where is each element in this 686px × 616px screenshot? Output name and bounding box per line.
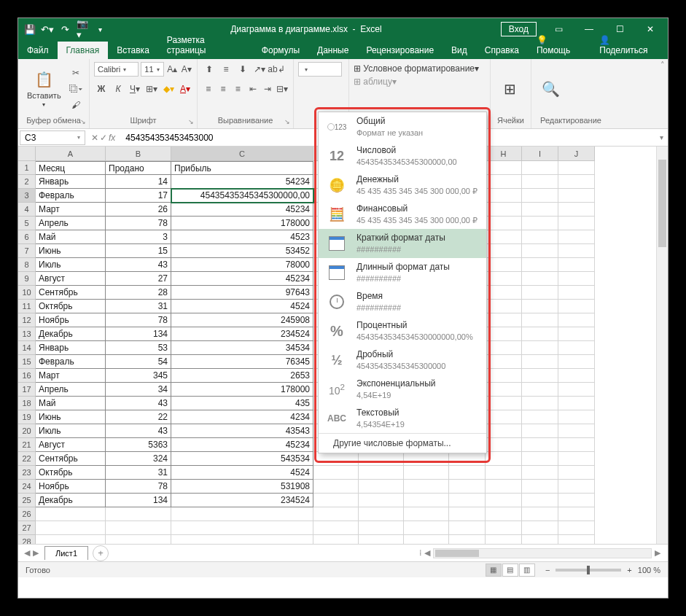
cell[interactable] (486, 424, 522, 438)
align-middle-icon[interactable]: ≡ (219, 62, 233, 77)
cell[interactable] (404, 535, 449, 544)
cell[interactable]: 78000 (171, 258, 313, 272)
cell[interactable]: Май (36, 397, 106, 410)
cell[interactable] (558, 438, 595, 452)
cell[interactable]: 28 (106, 286, 171, 300)
tab-help[interactable]: Справка (476, 42, 528, 59)
row-header[interactable]: 22 (18, 452, 36, 466)
cell[interactable]: 34 (106, 383, 171, 397)
cell[interactable]: 26 (106, 203, 171, 217)
format-option[interactable]: 🪙 Денежный45 435 435 345 345 300 000,00 … (319, 171, 486, 200)
cell[interactable] (359, 521, 404, 535)
borders-icon[interactable]: ⊞▾ (144, 82, 159, 96)
cell[interactable] (522, 327, 558, 341)
cell[interactable] (522, 341, 558, 355)
cell[interactable]: Ноябрь (36, 480, 106, 494)
col-header[interactable]: C (171, 147, 313, 161)
cell[interactable] (486, 341, 522, 355)
cell[interactable]: Июнь (36, 244, 106, 258)
sheet-nav-next-icon[interactable]: ▶ (33, 548, 39, 558)
cell[interactable] (522, 300, 558, 313)
cell[interactable]: Март (36, 203, 106, 217)
cell[interactable]: 53 (106, 341, 171, 355)
cell[interactable]: 134 (106, 494, 171, 507)
row-header[interactable]: 19 (18, 410, 36, 424)
cell[interactable]: 4524 (171, 300, 313, 313)
cell[interactable]: Июнь (36, 410, 106, 424)
row-header[interactable]: 1 (18, 161, 36, 175)
cut-icon[interactable]: ✂ (69, 66, 83, 80)
cell[interactable] (522, 438, 558, 452)
cell[interactable]: 345 (106, 369, 171, 383)
cell[interactable]: 43 (106, 258, 171, 272)
cell[interactable]: 4524 (171, 466, 313, 480)
cell[interactable]: 5363 (106, 438, 171, 452)
cell[interactable] (558, 494, 595, 507)
row-header[interactable]: 3 (18, 189, 36, 203)
undo-icon[interactable]: ↶▾ (42, 23, 53, 35)
row-header[interactable]: 21 (18, 438, 36, 452)
cell[interactable] (449, 466, 486, 480)
zoom-slider[interactable] (556, 569, 621, 572)
cell[interactable]: 45234 (171, 438, 313, 452)
redo-icon[interactable]: ↷ (59, 23, 71, 35)
cell[interactable]: 4523 (171, 230, 313, 244)
cell[interactable] (313, 507, 359, 521)
cell[interactable] (522, 230, 558, 244)
cell[interactable]: Август (36, 272, 106, 286)
align-left-icon[interactable]: ≡ (202, 82, 214, 96)
cell[interactable] (486, 258, 522, 272)
cell[interactable] (486, 480, 522, 494)
accept-formula-icon[interactable]: ✓ (100, 133, 107, 143)
cell[interactable]: 45234 (171, 203, 313, 217)
cell[interactable] (522, 452, 558, 466)
cell[interactable] (558, 244, 595, 258)
save-icon[interactable]: 💾 (24, 23, 36, 35)
format-option[interactable]: 123 ОбщийФормат не указан (319, 112, 486, 141)
cell[interactable]: 43543 (171, 424, 313, 438)
cell[interactable]: 43 (106, 424, 171, 438)
tab-layout[interactable]: Разметка страницы (158, 31, 253, 59)
cell[interactable] (558, 397, 595, 410)
cell[interactable]: Декабрь (36, 327, 106, 341)
cell[interactable]: 45234 (171, 272, 313, 286)
format-option[interactable]: ABC Текстовый4,54354E+19 (319, 404, 486, 433)
cell[interactable] (36, 521, 106, 535)
cell[interactable] (36, 535, 106, 544)
editing-button[interactable]: 🔍 (536, 62, 565, 115)
tab-review[interactable]: Рецензирование (357, 42, 443, 59)
cell[interactable]: 22 (106, 410, 171, 424)
cell[interactable] (313, 466, 359, 480)
copy-icon[interactable]: ⿻▾ (69, 82, 83, 96)
cell[interactable]: 435 (171, 397, 313, 410)
row-header[interactable]: 23 (18, 466, 36, 480)
cell[interactable] (313, 521, 359, 535)
font-size-combo[interactable]: 11▾ (141, 62, 164, 77)
col-header[interactable]: A (36, 147, 106, 161)
cell[interactable]: Прибыль (171, 161, 313, 175)
cell[interactable] (558, 230, 595, 244)
cell[interactable] (171, 535, 313, 544)
cell[interactable]: 245908 (171, 313, 313, 327)
cell[interactable]: 543534 (171, 452, 313, 466)
fill-color-icon[interactable]: ◆▾ (161, 82, 176, 96)
cell[interactable] (522, 313, 558, 327)
cell[interactable] (171, 521, 313, 535)
row-header[interactable]: 8 (18, 258, 36, 272)
col-header[interactable]: I (522, 147, 558, 161)
cell[interactable]: Продано (106, 161, 171, 175)
align-center-icon[interactable]: ≡ (217, 82, 229, 96)
cell[interactable] (522, 258, 558, 272)
cell[interactable] (558, 480, 595, 494)
cell[interactable] (36, 507, 106, 521)
cell[interactable] (486, 535, 522, 544)
tab-data[interactable]: Данные (308, 42, 357, 59)
row-header[interactable]: 7 (18, 244, 36, 258)
row-header[interactable]: 5 (18, 217, 36, 230)
cell[interactable]: 3 (106, 230, 171, 244)
cell[interactable] (359, 452, 404, 466)
cell[interactable] (558, 507, 595, 521)
clipboard-launcher-icon[interactable]: ↘ (79, 118, 87, 127)
cell[interactable] (486, 355, 522, 369)
row-header[interactable]: 14 (18, 341, 36, 355)
